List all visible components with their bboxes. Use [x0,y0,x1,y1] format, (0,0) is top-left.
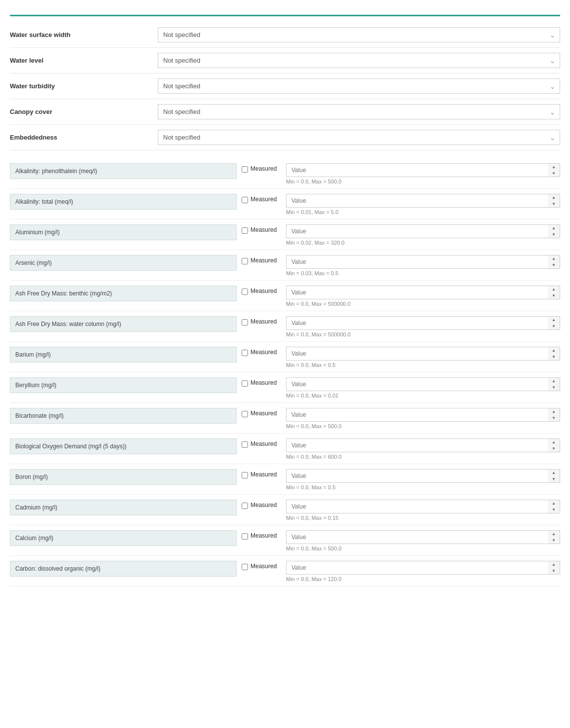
spinner-down-button[interactable]: ▼ [548,384,560,391]
min-max-label: Min = 0.0, Max = 120.0 [286,576,560,582]
dropdown-select-4[interactable]: Not specified [158,130,560,145]
spinner-down-button[interactable]: ▼ [548,537,560,544]
spinner-control[interactable]: ▲▼ [548,500,560,513]
value-input[interactable] [286,255,560,269]
min-max-label: Min = 0.0, Max = 500000.0 [286,301,560,307]
spinner-control[interactable]: ▲▼ [548,561,560,575]
spinner-up-button[interactable]: ▲ [548,408,560,415]
spinner-up-button[interactable]: ▲ [548,317,560,323]
measurement-block: Cadmium (mg/l)Measured▲▼Min = 0.0, Max =… [10,496,560,525]
measurement-row: Cadmium (mg/l)Measured▲▼Min = 0.0, Max =… [10,496,560,525]
spinner-up-button[interactable]: ▲ [548,347,560,354]
value-input[interactable] [286,377,560,391]
measured-label: Measured [250,226,277,233]
value-input[interactable] [286,500,560,513]
value-input[interactable] [286,224,560,238]
dropdown-wrapper: Not specified [158,53,560,68]
measured-checkbox[interactable] [242,197,248,203]
spinner-control[interactable]: ▲▼ [548,194,560,208]
spinner-control[interactable]: ▲▼ [548,255,560,269]
measurement-row: Bicarbonate (mg/l)Measured▲▼Min = 0.0, M… [10,404,560,434]
value-input[interactable] [286,438,560,452]
measured-checkbox[interactable] [242,441,248,448]
measured-checkbox[interactable] [242,411,248,417]
measurement-right: ▲▼Min = 0.0, Max = 600.0 [286,438,560,460]
measured-checkbox[interactable] [242,472,248,478]
measured-label: Measured [250,563,277,570]
spinner-control[interactable]: ▲▼ [548,347,560,361]
dropdown-select-3[interactable]: Not specified [158,104,560,119]
measured-checkbox[interactable] [242,533,248,540]
measured-checkbox[interactable] [242,503,248,509]
spinner-down-button[interactable]: ▼ [548,507,560,513]
measured-checkbox[interactable] [242,289,248,295]
value-input[interactable] [286,163,560,177]
spinner-up-button[interactable]: ▲ [548,255,560,262]
measured-checkbox[interactable] [242,380,248,387]
measurement-right: ▲▼Min = 0.0, Max = 500000.0 [286,316,560,337]
spinner-control[interactable]: ▲▼ [548,530,560,544]
measured-checkbox[interactable] [242,350,248,356]
spinner-down-button[interactable]: ▼ [548,476,560,482]
value-input[interactable] [286,194,560,208]
spinner-down-button[interactable]: ▼ [548,292,560,299]
measurement-name-label: Ash Free Dry Mass: water column (mg/l) [10,316,237,332]
spinner-up-button[interactable]: ▲ [548,378,560,384]
spinner-up-button[interactable]: ▲ [548,286,560,292]
dropdown-wrapper: Not specified [158,104,560,119]
spinner-down-button[interactable]: ▼ [548,170,560,177]
spinner-up-button[interactable]: ▲ [548,531,560,537]
spinner-control[interactable]: ▲▼ [548,163,560,177]
spinner-control[interactable]: ▲▼ [548,316,560,330]
value-input[interactable] [286,316,560,330]
measured-checkbox[interactable] [242,227,248,234]
spinner-control[interactable]: ▲▼ [548,438,560,452]
value-input[interactable] [286,530,560,544]
dropdown-select-2[interactable]: Not specified [158,78,560,94]
dropdown-select-1[interactable]: Not specified [158,53,560,68]
spinner-down-button[interactable]: ▼ [548,262,560,268]
dropdown-select-0[interactable]: Not specified [158,27,560,42]
spinner-up-button[interactable]: ▲ [548,164,560,170]
spinner-control[interactable]: ▲▼ [548,224,560,238]
value-input-wrapper: ▲▼ [286,561,560,575]
spinner-down-button[interactable]: ▼ [548,568,560,574]
dropdown-row: Water turbidityNot specified [10,73,560,99]
measurement-block: Bicarbonate (mg/l)Measured▲▼Min = 0.0, M… [10,404,560,434]
spinner-down-button[interactable]: ▼ [548,415,560,421]
value-input-wrapper: ▲▼ [286,255,560,269]
spinner-up-button[interactable]: ▲ [548,439,560,445]
min-max-label: Min = 0.0, Max = 500.0 [286,546,560,551]
measurement-right: ▲▼Min = 0.03, Max = 0.5 [286,255,560,276]
measured-checkbox[interactable] [242,166,248,173]
spinner-down-button[interactable]: ▼ [548,354,560,360]
dropdown-row: EmbeddednessNot specified [10,125,560,150]
value-input[interactable] [286,469,560,483]
spinner-control[interactable]: ▲▼ [548,377,560,391]
measurement-row: Boron (mg/l)Measured▲▼Min = 0.0, Max = 0… [10,465,560,495]
dropdown-row: Water levelNot specified [10,48,560,73]
measured-checkbox[interactable] [242,564,248,570]
value-input-wrapper: ▲▼ [286,469,560,483]
measurement-name-label: Beryllium (mg/l) [10,377,237,393]
measurement-right: ▲▼Min = 0.01, Max = 5.0 [286,194,560,215]
spinner-down-button[interactable]: ▼ [548,323,560,329]
spinner-up-button[interactable]: ▲ [548,561,560,568]
spinner-down-button[interactable]: ▼ [548,201,560,207]
spinner-control[interactable]: ▲▼ [548,408,560,422]
spinner-down-button[interactable]: ▼ [548,445,560,452]
min-max-label: Min = 0.0, Max = 0.5 [286,362,560,368]
spinner-up-button[interactable]: ▲ [548,194,560,201]
measured-checkbox[interactable] [242,258,248,264]
spinner-control[interactable]: ▲▼ [548,286,560,299]
spinner-up-button[interactable]: ▲ [548,500,560,507]
spinner-control[interactable]: ▲▼ [548,469,560,483]
spinner-up-button[interactable]: ▲ [548,470,560,476]
value-input[interactable] [286,561,560,575]
value-input[interactable] [286,286,560,299]
measured-checkbox[interactable] [242,319,248,326]
value-input[interactable] [286,408,560,422]
spinner-up-button[interactable]: ▲ [548,225,560,231]
value-input[interactable] [286,347,560,361]
spinner-down-button[interactable]: ▼ [548,231,560,238]
